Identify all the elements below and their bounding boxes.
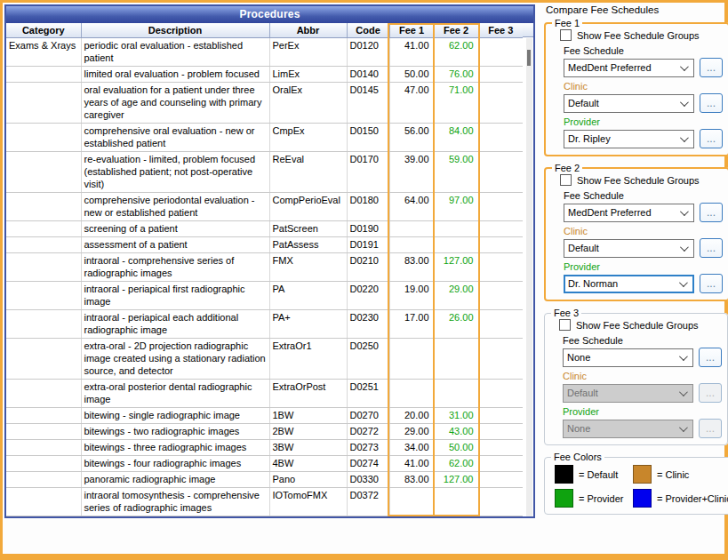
description-cell: bitewings - three radiographic images [81,439,269,455]
fee2-cell: 62.00 [434,37,478,66]
table-row[interactable]: intraoral - periapical each additional r… [6,309,523,338]
table-row[interactable]: intraoral - comprehensive series of radi… [6,252,523,281]
fee2-provider-browse-button[interactable]: ... [700,274,723,293]
table-row[interactable]: assessment of a patientPatAssessD0191 [6,236,523,252]
table-row[interactable]: panoramic radiographic imagePanoD033083.… [6,471,523,487]
table-row[interactable]: comprehensive oral evaluation - new or e… [6,123,523,151]
fee2-cell [434,236,478,252]
category-cell [6,123,81,151]
fee3-provider-browse-button: ... [699,419,722,438]
procedures-grid: Procedures Category Description Abbr Cod… [4,4,535,518]
description-cell: comprehensive oral evaluation - new or e… [81,123,269,151]
fee2-clinic-select[interactable]: Default [564,239,694,258]
code-cell: D0145 [347,82,389,123]
abbr-cell: LimEx [269,66,347,82]
table-row[interactable]: bitewing - single radiographic image1BWD… [6,407,523,423]
fee3-show-groups-row[interactable]: Show Fee Schedule Groups [559,319,722,331]
category-cell [6,220,81,236]
fee1-fee-schedule-value: MedDent Preferred [568,62,652,73]
fee3-cell [478,487,523,516]
fee1-clinic-select[interactable]: Default [564,94,694,113]
fee1-cell: 41.00 [389,455,434,471]
code-cell: D0120 [347,37,389,66]
fee1-cell [389,236,434,252]
fee1-fee-schedule-browse-button[interactable]: ... [700,58,723,77]
table-row[interactable]: oral evaluation for a patient under thre… [6,82,523,123]
fee2-show-groups-label: Show Fee Schedule Groups [577,175,700,186]
scrollbar-thumb[interactable] [527,50,531,66]
header-row: Category Description Abbr Code Fee 1 Fee… [6,23,523,37]
table-row[interactable]: limited oral evaluation - problem focuse… [6,66,523,82]
chevron-down-icon [680,243,689,252]
fee1-fee-schedule-label: Fee Schedule [564,45,723,56]
abbr-cell: PA+ [269,309,347,338]
fee3-cell [478,82,523,123]
fee1-show-groups-row[interactable]: Show Fee Schedule Groups [560,29,723,41]
fee1-fee-schedule-select[interactable]: MedDent Preferred [564,59,694,77]
description-cell: panoramic radiographic image [81,471,269,487]
category-cell [6,236,81,252]
description-cell: comprehensive periodontal evaluation - n… [81,192,269,220]
description-cell: intraoral - periapical first radiographi… [81,281,269,309]
table-row[interactable]: re-evaluation - limited, problem focused… [6,151,523,192]
fee1-provider-select[interactable]: Dr. Ripley [564,130,694,148]
scrollbar-header-cap [523,23,533,37]
description-cell: intraoral tomosynthesis - comprehensive … [81,487,269,516]
table-row[interactable]: Exams & Xraysperiodic oral evaluation - … [6,37,523,66]
fee3-cell [478,379,523,407]
fee1-cell: 64.00 [389,192,434,220]
fee2-clinic-browse-button[interactable]: ... [700,238,723,258]
code-cell: D0274 [347,455,389,471]
code-cell: D0272 [347,423,389,439]
scrollbar-track[interactable] [526,38,532,516]
description-cell: periodic oral evaluation - established p… [81,37,269,66]
fee2-fee-schedule-select[interactable]: MedDent Preferred [564,204,694,222]
col-header-fee2: Fee 2 [434,23,478,37]
fee3-fee-schedule-value: None [567,352,590,363]
code-cell: D0250 [347,338,389,379]
table-row[interactable]: comprehensive periodontal evaluation - n… [6,192,523,220]
table-row[interactable]: bitewings - four radiographic images4BWD… [6,455,523,471]
category-cell [6,151,81,192]
fee3-cell [478,471,523,487]
window: Procedures Category Description Abbr Cod… [0,0,728,560]
fee1-cell: 50.00 [389,66,434,82]
fee3-provider-value: None [567,423,590,434]
fee3-fee-schedule-browse-button[interactable]: ... [699,348,722,367]
panel-title: Compare Fee Schedules [546,4,723,15]
chevron-down-icon [680,98,689,107]
abbr-cell: 1BW [269,407,347,423]
fee-color-provider: = Provider [555,489,633,508]
fee2-fee-schedule-browse-button[interactable]: ... [700,203,723,222]
table-row[interactable]: bitewings - three radiographic images3BW… [6,439,523,455]
col-header-fee3: Fee 3 [478,23,523,37]
code-cell: D0150 [347,123,389,151]
category-cell [6,423,81,439]
fee1-cell: 39.00 [389,151,434,192]
table-row[interactable]: extra-oral posterior dental radiographic… [6,379,523,407]
fee2-cell: 59.00 [434,151,478,192]
fee2-show-groups-checkbox[interactable] [560,174,572,186]
description-cell: intraoral - comprehensive series of radi… [81,252,269,281]
table-row[interactable]: bitewings - two radiographic images2BWD0… [6,423,523,439]
table-row[interactable]: intraoral - periapical first radiographi… [6,281,523,309]
description-cell: re-evaluation - limited, problem focused… [81,151,269,192]
table-row[interactable]: intraoral tomosynthesis - comprehensive … [6,487,523,516]
fee3-show-groups-checkbox[interactable] [559,319,571,331]
fee3-fee-schedule-select[interactable]: None [563,348,693,367]
fee1-provider-browse-button[interactable]: ... [700,129,723,148]
fee2-show-groups-row[interactable]: Show Fee Schedule Groups [560,174,723,186]
table-row[interactable]: screening of a patientPatScreenD0190 [6,220,523,236]
code-cell: D0330 [347,471,389,487]
table-row[interactable]: extra-oral - 2D projection radiographic … [6,338,523,379]
fee1-show-groups-checkbox[interactable] [560,29,572,41]
fee1-cell: 56.00 [389,123,434,151]
fee2-provider-label: Provider [564,261,723,272]
fee2-provider-select[interactable]: Dr. Norman [564,275,694,293]
fee3-provider-select: None [563,420,693,438]
fee2-cell: 50.00 [434,439,478,455]
fee1-clinic-browse-button[interactable]: ... [700,93,723,113]
col-header-abbr: Abbr [269,23,347,37]
vertical-scrollbar[interactable] [523,23,533,516]
abbr-cell: 4BW [269,455,347,471]
